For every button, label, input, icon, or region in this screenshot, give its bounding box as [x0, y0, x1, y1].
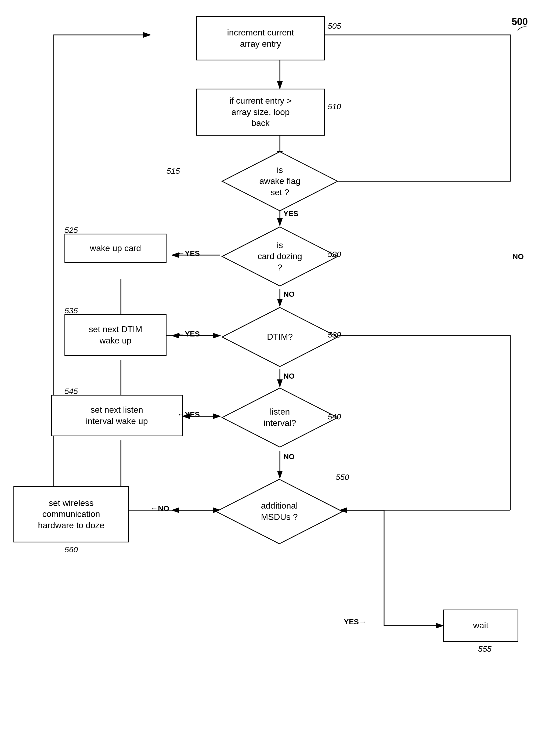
yes-label-540-545: ←YES: [177, 410, 200, 419]
yes-label-550-555: YES→: [344, 618, 366, 626]
diamond-540: listeninterval?: [221, 387, 339, 448]
no-label-530: NO: [283, 372, 295, 380]
box-545: set next listeninterval wake up: [51, 395, 183, 436]
label-535: 535: [64, 306, 78, 315]
label-525: 525: [64, 226, 78, 235]
box-505: increment currentarray entry: [196, 16, 325, 60]
no-label-515-right: NO: [512, 253, 524, 261]
diamond-520: iscard dozing?: [221, 226, 339, 287]
yes-label-530-535: ←YES: [177, 330, 200, 338]
label-545: 545: [64, 387, 78, 396]
no-label-540: NO: [283, 452, 295, 461]
box-560: set wirelesscommunicationhardware to doz…: [13, 486, 129, 542]
box-525: wake up card: [64, 234, 167, 263]
no-label-520: NO: [283, 290, 295, 299]
label-505: 505: [328, 21, 341, 31]
label-515: 515: [167, 167, 180, 176]
diamond-515: isawake flagset ?: [221, 150, 339, 212]
diamond-550: additionalMSDUs ?: [215, 478, 344, 545]
label-510: 510: [328, 102, 341, 111]
squiggle-decoration: ⌒: [515, 23, 533, 43]
diamond-530: DTIM?: [221, 306, 339, 368]
no-label-550-560: ←NO: [150, 504, 169, 513]
box-510: if current entry >array size, loopback: [196, 89, 325, 136]
label-555: 555: [478, 644, 492, 654]
box-535: set next DTIMwake up: [64, 314, 167, 356]
yes-label-520-525: ←YES: [177, 249, 200, 258]
label-560: 560: [64, 545, 78, 554]
box-555: wait: [443, 609, 518, 642]
